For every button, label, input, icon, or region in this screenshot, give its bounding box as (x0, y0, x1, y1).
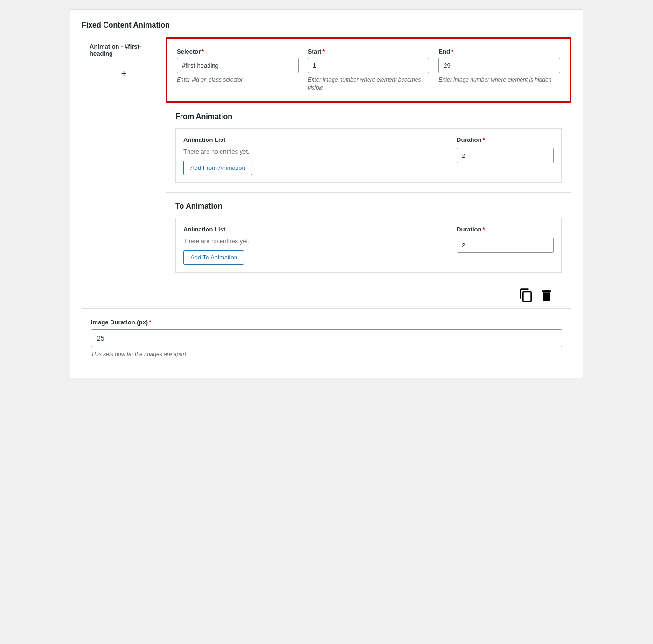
to-animation-duration-cell: Duration* (449, 218, 561, 272)
actions-row (175, 282, 562, 308)
copy-icon (519, 288, 534, 303)
image-duration-label: Image Duration (px)* (91, 319, 562, 326)
image-duration-hint: This sets how far the images are apart. (91, 351, 562, 357)
image-duration-required-star: * (149, 319, 151, 326)
from-animation-list-label: Animation List (183, 136, 441, 143)
sidebar-animation-item[interactable]: Animation - #first-heading (82, 37, 166, 63)
end-field-group: End* Enter image number where element is… (438, 48, 560, 92)
page-title: Fixed Content Animation (82, 21, 571, 29)
from-animation-title: From Animation (175, 112, 562, 121)
sidebar: Animation - #first-heading + (82, 37, 166, 308)
to-animation-grid: Animation List There are no entries yet.… (175, 218, 562, 273)
from-animation-duration-cell: Duration* (449, 129, 561, 182)
to-animation-list-cell: Animation List There are no entries yet.… (176, 218, 449, 272)
from-animation-list-cell: Animation List There are no entries yet.… (176, 129, 449, 182)
copy-button[interactable] (519, 288, 534, 303)
add-from-animation-button[interactable]: Add From Animation (183, 161, 252, 175)
from-animation-grid: Animation List There are no entries yet.… (175, 128, 562, 183)
delete-button[interactable] (539, 288, 554, 303)
main-layout: Animation - #first-heading + Selector* E… (82, 37, 571, 309)
selector-grid: Selector* Enter #id or .class selector S… (177, 48, 560, 92)
to-animation-title: To Animation (175, 202, 562, 210)
selector-input[interactable] (177, 58, 299, 73)
trash-icon (539, 288, 554, 303)
selector-required-star: * (201, 48, 204, 55)
to-animation-list-label: Animation List (183, 226, 441, 233)
start-field-group: Start* Enter image number where element … (308, 48, 430, 92)
end-hint: Enter image number where element is hidd… (438, 76, 560, 84)
sidebar-add-button[interactable]: + (82, 63, 166, 85)
page-container: Fixed Content Animation Animation - #fir… (70, 9, 583, 378)
image-duration-input[interactable] (91, 329, 562, 347)
start-hint: Enter image number where element becomes… (308, 76, 430, 92)
from-duration-required-star: * (482, 136, 485, 143)
to-animation-duration-input[interactable] (457, 238, 554, 253)
end-input[interactable] (438, 58, 560, 73)
to-duration-required-star: * (482, 226, 485, 233)
image-duration-section: Image Duration (px)* This sets how far t… (82, 309, 571, 367)
end-label: End* (438, 48, 560, 55)
start-required-star: * (322, 48, 325, 55)
selector-field-group: Selector* Enter #id or .class selector (177, 48, 299, 92)
start-input[interactable] (308, 58, 430, 73)
add-to-animation-button[interactable]: Add To Animation (183, 250, 244, 265)
from-animation-section: From Animation Animation List There are … (166, 103, 571, 183)
to-animation-section: To Animation Animation List There are no… (166, 192, 571, 308)
content-area: Selector* Enter #id or .class selector S… (166, 37, 571, 308)
from-animation-duration-input[interactable] (457, 148, 554, 163)
selector-section: Selector* Enter #id or .class selector S… (166, 37, 571, 103)
selector-label: Selector* (177, 48, 299, 55)
selector-hint: Enter #id or .class selector (177, 76, 299, 84)
to-animation-duration-label: Duration* (457, 226, 554, 233)
start-label: Start* (308, 48, 430, 55)
from-animation-duration-label: Duration* (457, 136, 554, 143)
from-animation-empty-text: There are no entries yet. (183, 148, 441, 155)
end-required-star: * (451, 48, 453, 55)
to-animation-empty-text: There are no entries yet. (183, 238, 441, 245)
